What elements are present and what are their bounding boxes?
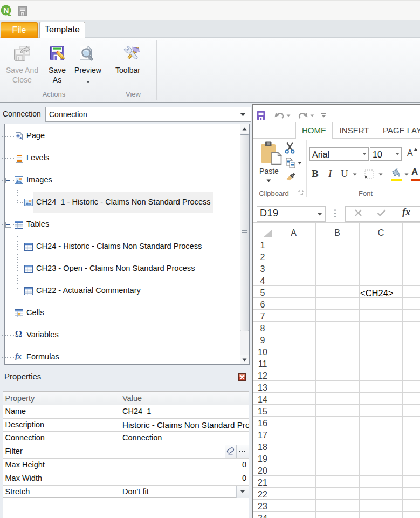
svg-text:N: N	[3, 6, 9, 15]
